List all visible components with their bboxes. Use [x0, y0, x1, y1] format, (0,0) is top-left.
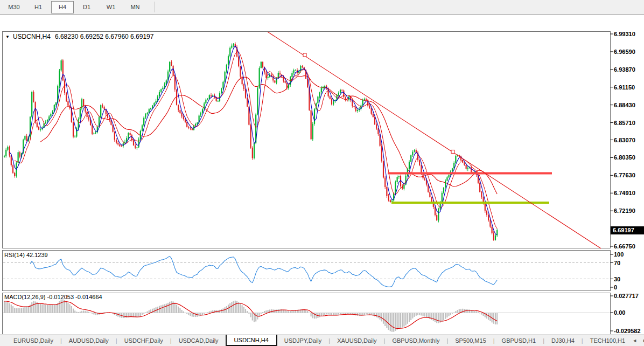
tab-audusd-daily[interactable]: AUDUSD,Daily [62, 335, 116, 346]
macd-axis-label: 0.027717 [614, 293, 639, 299]
price-axis-label: 6.80350 [614, 154, 635, 161]
price-axis-label: 6.83070 [614, 137, 635, 143]
tab-gbpusd-h1[interactable]: GBPUSD,H1 [495, 335, 543, 346]
tab-usdjpy-daily[interactable]: USDJPY,Daily [277, 335, 329, 346]
price-axis-label: 6.93870 [614, 66, 635, 73]
timeframe-button-w1[interactable]: W1 [100, 1, 122, 13]
timeframe-button-h4[interactable]: H4 [51, 1, 74, 13]
timeframe-button-m30[interactable]: M30 [3, 1, 25, 13]
tab-dj30-h4[interactable]: DJ30,H4 [544, 335, 582, 346]
chart-ohlc-values: 6.68230 6.69252 6.67960 6.69197 [55, 33, 154, 40]
tab-gbpusd-monthly[interactable]: GBPUSD,Monthly [385, 335, 446, 346]
tab-usdchf-daily[interactable]: USDCHF,Daily [117, 335, 170, 346]
tab-usdcnh-h4[interactable]: USDCNH,H4 [226, 335, 277, 346]
price-axis-label: 6.88430 [614, 102, 635, 108]
timeframe-button-mn[interactable]: MN [124, 1, 146, 13]
timeframe-button-h1[interactable]: H1 [27, 1, 50, 13]
price-axis-label: 6.74910 [614, 190, 635, 196]
tab-eurusd-daily[interactable]: EURUSD,Daily [6, 335, 60, 346]
rsi-axis-label: 0 [614, 284, 617, 290]
rsi-axis-label: 100 [614, 251, 624, 258]
rsi-axis-label: 70 [614, 260, 620, 266]
price-axis-label: 6.91150 [614, 84, 635, 91]
price-axis-label: 6.66750 [614, 243, 635, 250]
tab-scroll-arrows: ◄ ► [632, 335, 644, 346]
trading-terminal: M30H1H4D1W1MN ▼ USDCNH,H4 6.68230 6.6925… [0, 0, 644, 346]
rsi-indicator-label: RSI(14) 42.1239 [4, 252, 48, 258]
current-price-tag: 6.69197 [611, 226, 644, 234]
timeframe-button-d1[interactable]: D1 [75, 1, 98, 13]
timeframe-buttons: M30H1H4D1W1MN [3, 1, 148, 13]
macd-axis-label: 0.00 [614, 309, 625, 316]
tabs-scroll-left-icon[interactable]: ◄ [632, 338, 637, 343]
tab-sp500-m15[interactable]: SP500,M15 [448, 335, 493, 346]
chart-title: ▼ USDCNH,H4 6.68230 6.69252 6.67960 6.69… [5, 33, 153, 40]
price-axis-label: 6.99310 [614, 31, 635, 37]
tab-xauusd-daily[interactable]: XAUUSD,Daily [330, 335, 383, 346]
macd-axis-label: -0.029582 [614, 328, 641, 334]
symbol-tab-bar: EURUSD,Daily|AUDUSD,Daily|USDCHF,Daily|U… [0, 334, 644, 346]
timeframe-toolbar: M30H1H4D1W1MN [0, 0, 644, 15]
chevron-down-icon[interactable]: ▼ [5, 34, 10, 39]
price-axis-label: 6.72190 [614, 207, 635, 214]
chart-window: ▼ USDCNH,H4 6.68230 6.69252 6.67960 6.69… [0, 15, 644, 334]
toolbar-separator [155, 2, 155, 12]
tab-usdcad-daily[interactable]: USDCAD,Daily [172, 335, 226, 346]
price-axis-label: 6.77630 [614, 172, 635, 178]
price-axis-label: 6.85710 [614, 120, 635, 126]
rsi-axis-label: 30 [614, 276, 620, 282]
chart-symbol-period: USDCNH,H4 [13, 33, 51, 40]
tab-tech100-h1[interactable]: TECH100,H1 [583, 335, 632, 346]
price-axis-label: 6.96590 [614, 49, 635, 55]
macd-indicator-label: MACD(12,26,9) -0.012053 -0.014664 [4, 294, 102, 300]
symbol-tabs: EURUSD,Daily|AUDUSD,Daily|USDCHF,Daily|U… [6, 335, 632, 346]
